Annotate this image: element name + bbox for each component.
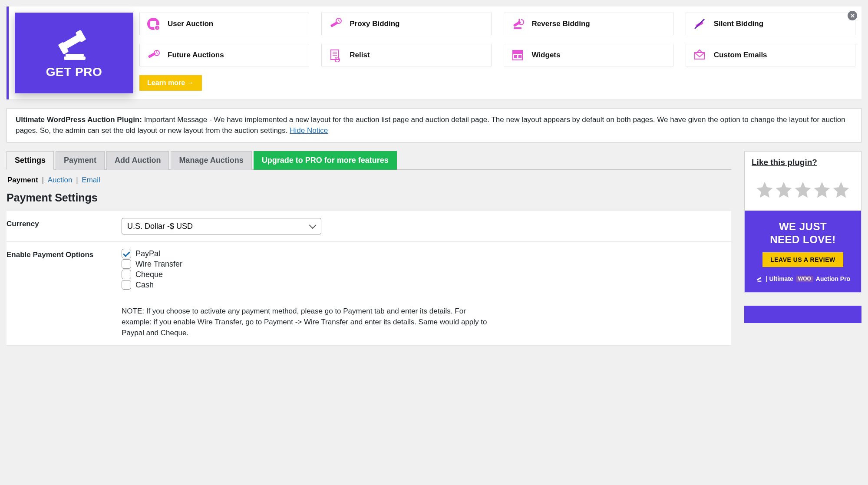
- close-icon[interactable]: ✕: [848, 11, 857, 20]
- star-icon: [812, 180, 832, 199]
- payment-options-list: PayPal Wire Transfer Cheque Cash: [122, 249, 724, 290]
- star-icon: [832, 180, 851, 199]
- feature-label: Proxy Bidding: [350, 20, 399, 28]
- settings-form-table: Currency U.S. Dollar -$ USD Enable Payme…: [7, 211, 731, 346]
- currency-select[interactable]: U.S. Dollar -$ USD: [122, 218, 321, 234]
- feature-label: Relist: [350, 51, 370, 59]
- feature-label: Future Auctions: [168, 51, 224, 59]
- feature-custom-emails[interactable]: Custom Emails: [686, 44, 855, 66]
- enable-payment-label: Enable Payment Options: [7, 242, 122, 346]
- feature-label: Custom Emails: [714, 51, 767, 59]
- svg-rect-32: [757, 277, 762, 280]
- svg-rect-30: [518, 55, 521, 58]
- option-cheque[interactable]: Cheque: [122, 270, 724, 279]
- tab-upgrade-pro[interactable]: Upgrade to PRO for more features: [254, 151, 397, 170]
- relist-icon: [328, 48, 343, 63]
- ultimate-pro-line: | Ultimate WOO Auction Pro: [750, 275, 856, 283]
- feature-silent-bidding[interactable]: Silent Bidding: [686, 13, 855, 35]
- feature-relist[interactable]: Relist: [321, 44, 491, 66]
- feature-label: Silent Bidding: [714, 20, 763, 28]
- subtab-payment[interactable]: Payment: [7, 176, 39, 184]
- subtab-auction[interactable]: Auction: [47, 176, 73, 184]
- option-wire[interactable]: Wire Transfer: [122, 259, 724, 269]
- feature-grid: + User Auction Proxy Bidding Reverse Bid…: [139, 13, 855, 66]
- gavel-small-icon: [756, 275, 763, 283]
- feature-reverse-bidding[interactable]: Reverse Bidding: [504, 13, 673, 35]
- user-auction-icon: +: [146, 16, 161, 31]
- svg-line-12: [339, 21, 340, 21]
- tab-add-auction[interactable]: Add Auction: [106, 151, 169, 170]
- custom-emails-icon: [692, 48, 707, 63]
- review-line2: NEED LOVE!: [750, 233, 856, 246]
- svg-rect-13: [513, 21, 521, 27]
- get-pro-label: GET PRO: [46, 65, 102, 79]
- checkbox-cheque[interactable]: [122, 270, 131, 279]
- feature-future-auctions[interactable]: Future Auctions: [139, 44, 309, 66]
- svg-rect-28: [513, 50, 522, 54]
- notice-prefix: Ultimate WordPress Auction Plugin:: [16, 115, 142, 124]
- get-pro-box[interactable]: GET PRO: [15, 13, 133, 93]
- svg-rect-33: [757, 281, 761, 282]
- tab-settings[interactable]: Settings: [7, 151, 54, 170]
- svg-rect-14: [514, 27, 521, 29]
- option-paypal[interactable]: PayPal: [122, 249, 724, 258]
- feature-user-auction[interactable]: + User Auction: [139, 13, 309, 35]
- proxy-bidding-icon: [328, 16, 343, 31]
- star-icon: [793, 180, 812, 199]
- pro-promo-banner: ✕ GET PRO + User Auction Proxy Biddi: [7, 7, 861, 99]
- like-plugin-title: Like this plugin?: [745, 152, 861, 172]
- future-auctions-icon: [146, 48, 161, 63]
- svg-rect-9: [330, 21, 339, 27]
- subtab-email[interactable]: Email: [81, 176, 101, 184]
- checkbox-cash[interactable]: [122, 280, 131, 290]
- star-rating[interactable]: [745, 172, 861, 211]
- svg-line-21: [157, 53, 158, 53]
- checkbox-wire[interactable]: [122, 259, 131, 269]
- payment-note: NOTE: If you choose to activate any paym…: [122, 306, 491, 338]
- reverse-bidding-icon: [510, 16, 525, 31]
- silent-bidding-icon: [692, 16, 707, 31]
- gavel-icon: [53, 27, 96, 62]
- feature-proxy-bidding[interactable]: Proxy Bidding: [321, 13, 491, 35]
- notice-bar: Ultimate WordPress Auction Plugin: Impor…: [7, 108, 861, 142]
- svg-text:+: +: [156, 26, 158, 30]
- leave-review-button[interactable]: LEAVE US A REVIEW: [762, 252, 843, 267]
- tab-manage-auctions[interactable]: Manage Auctions: [171, 151, 251, 170]
- hide-notice-link[interactable]: Hide Notice: [290, 126, 328, 135]
- like-plugin-card: Like this plugin? WE JUST NEED LOVE! LEA…: [744, 151, 861, 293]
- currency-label: Currency: [7, 211, 122, 242]
- currency-select-wrap: U.S. Dollar -$ USD: [122, 218, 321, 234]
- review-line1: WE JUST: [750, 220, 856, 233]
- svg-rect-3: [66, 54, 84, 56]
- subtab-row: Payment | Auction | Email: [7, 176, 731, 185]
- tab-payment[interactable]: Payment: [56, 151, 105, 170]
- star-icon: [774, 180, 793, 199]
- page-title: Payment Settings: [7, 191, 731, 204]
- star-icon: [755, 180, 774, 199]
- svg-rect-29: [514, 55, 517, 58]
- woo-badge: WOO: [796, 276, 813, 282]
- svg-rect-4: [64, 56, 86, 60]
- feature-label: Reverse Bidding: [532, 20, 590, 28]
- tab-row: Settings Payment Add Auction Manage Auct…: [7, 151, 731, 170]
- feature-label: User Auction: [168, 20, 213, 28]
- learn-more-button[interactable]: Learn more →: [139, 75, 202, 91]
- review-box: WE JUST NEED LOVE! LEAVE US A REVIEW | U…: [745, 211, 861, 292]
- widgets-icon: [510, 48, 525, 63]
- feature-widgets[interactable]: Widgets: [504, 44, 673, 66]
- sidebar-teaser: [744, 306, 861, 323]
- feature-label: Widgets: [532, 51, 561, 59]
- option-cash[interactable]: Cash: [122, 280, 724, 290]
- feature-area: + User Auction Proxy Bidding Reverse Bid…: [139, 13, 855, 91]
- checkbox-paypal[interactable]: [122, 249, 131, 258]
